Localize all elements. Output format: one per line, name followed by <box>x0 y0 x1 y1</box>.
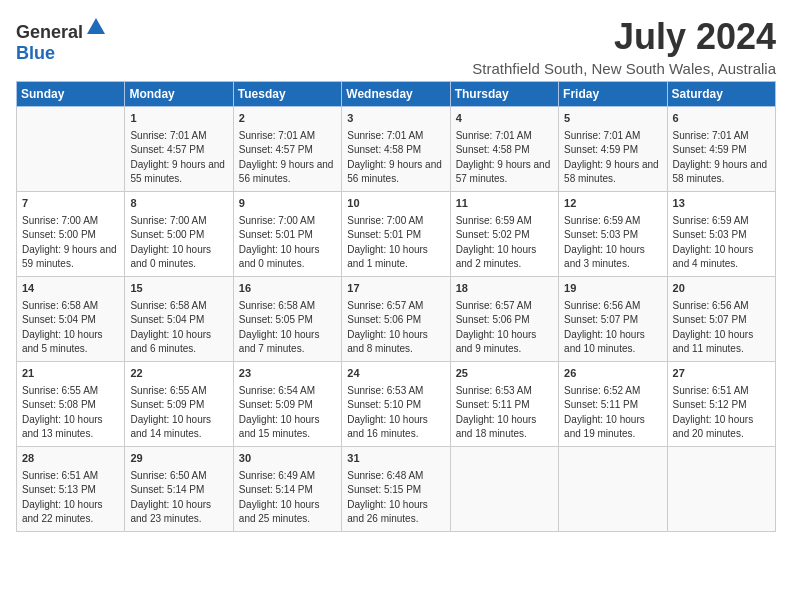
calendar-cell: 16Sunrise: 6:58 AM Sunset: 5:05 PM Dayli… <box>233 276 341 361</box>
day-number: 23 <box>239 366 336 382</box>
day-number: 26 <box>564 366 661 382</box>
title-block: July 2024 Strathfield South, New South W… <box>472 16 776 77</box>
day-info: Sunrise: 6:50 AM Sunset: 5:14 PM Dayligh… <box>130 469 227 527</box>
day-info: Sunrise: 6:56 AM Sunset: 5:07 PM Dayligh… <box>673 299 770 357</box>
week-row-4: 21Sunrise: 6:55 AM Sunset: 5:08 PM Dayli… <box>17 361 776 446</box>
day-info: Sunrise: 6:55 AM Sunset: 5:08 PM Dayligh… <box>22 384 119 442</box>
col-header-saturday: Saturday <box>667 82 775 107</box>
day-info: Sunrise: 6:59 AM Sunset: 5:03 PM Dayligh… <box>673 214 770 272</box>
calendar-cell: 19Sunrise: 6:56 AM Sunset: 5:07 PM Dayli… <box>559 276 667 361</box>
page-header: General Blue July 2024 Strathfield South… <box>16 16 776 77</box>
day-number: 10 <box>347 196 444 212</box>
calendar-cell: 29Sunrise: 6:50 AM Sunset: 5:14 PM Dayli… <box>125 446 233 531</box>
calendar-cell: 17Sunrise: 6:57 AM Sunset: 5:06 PM Dayli… <box>342 276 450 361</box>
calendar-cell: 15Sunrise: 6:58 AM Sunset: 5:04 PM Dayli… <box>125 276 233 361</box>
calendar-cell: 3Sunrise: 7:01 AM Sunset: 4:58 PM Daylig… <box>342 107 450 192</box>
day-number: 5 <box>564 111 661 127</box>
day-number: 4 <box>456 111 553 127</box>
col-header-thursday: Thursday <box>450 82 558 107</box>
calendar-cell: 20Sunrise: 6:56 AM Sunset: 5:07 PM Dayli… <box>667 276 775 361</box>
day-info: Sunrise: 6:52 AM Sunset: 5:11 PM Dayligh… <box>564 384 661 442</box>
header-row: SundayMondayTuesdayWednesdayThursdayFrid… <box>17 82 776 107</box>
logo: General Blue <box>16 16 107 64</box>
calendar-cell <box>559 446 667 531</box>
calendar-cell: 6Sunrise: 7:01 AM Sunset: 4:59 PM Daylig… <box>667 107 775 192</box>
day-info: Sunrise: 7:00 AM Sunset: 5:00 PM Dayligh… <box>130 214 227 272</box>
main-title: July 2024 <box>472 16 776 58</box>
day-info: Sunrise: 6:56 AM Sunset: 5:07 PM Dayligh… <box>564 299 661 357</box>
day-number: 27 <box>673 366 770 382</box>
day-info: Sunrise: 7:01 AM Sunset: 4:59 PM Dayligh… <box>564 129 661 187</box>
day-number: 11 <box>456 196 553 212</box>
week-row-3: 14Sunrise: 6:58 AM Sunset: 5:04 PM Dayli… <box>17 276 776 361</box>
calendar-cell: 8Sunrise: 7:00 AM Sunset: 5:00 PM Daylig… <box>125 191 233 276</box>
day-info: Sunrise: 6:58 AM Sunset: 5:04 PM Dayligh… <box>130 299 227 357</box>
col-header-tuesday: Tuesday <box>233 82 341 107</box>
day-number: 21 <box>22 366 119 382</box>
calendar-cell <box>667 446 775 531</box>
calendar-cell: 21Sunrise: 6:55 AM Sunset: 5:08 PM Dayli… <box>17 361 125 446</box>
calendar-cell <box>450 446 558 531</box>
day-number: 16 <box>239 281 336 297</box>
day-info: Sunrise: 6:59 AM Sunset: 5:02 PM Dayligh… <box>456 214 553 272</box>
calendar-cell: 5Sunrise: 7:01 AM Sunset: 4:59 PM Daylig… <box>559 107 667 192</box>
calendar-cell <box>17 107 125 192</box>
col-header-monday: Monday <box>125 82 233 107</box>
calendar-cell: 12Sunrise: 6:59 AM Sunset: 5:03 PM Dayli… <box>559 191 667 276</box>
day-info: Sunrise: 6:57 AM Sunset: 5:06 PM Dayligh… <box>347 299 444 357</box>
logo-text: General Blue <box>16 16 107 64</box>
calendar-cell: 22Sunrise: 6:55 AM Sunset: 5:09 PM Dayli… <box>125 361 233 446</box>
col-header-wednesday: Wednesday <box>342 82 450 107</box>
calendar-cell: 13Sunrise: 6:59 AM Sunset: 5:03 PM Dayli… <box>667 191 775 276</box>
day-number: 22 <box>130 366 227 382</box>
day-number: 9 <box>239 196 336 212</box>
day-number: 14 <box>22 281 119 297</box>
calendar-cell: 11Sunrise: 6:59 AM Sunset: 5:02 PM Dayli… <box>450 191 558 276</box>
day-info: Sunrise: 6:58 AM Sunset: 5:05 PM Dayligh… <box>239 299 336 357</box>
calendar-cell: 25Sunrise: 6:53 AM Sunset: 5:11 PM Dayli… <box>450 361 558 446</box>
calendar-cell: 18Sunrise: 6:57 AM Sunset: 5:06 PM Dayli… <box>450 276 558 361</box>
day-number: 18 <box>456 281 553 297</box>
calendar-cell: 7Sunrise: 7:00 AM Sunset: 5:00 PM Daylig… <box>17 191 125 276</box>
week-row-1: 1Sunrise: 7:01 AM Sunset: 4:57 PM Daylig… <box>17 107 776 192</box>
col-header-friday: Friday <box>559 82 667 107</box>
logo-icon <box>85 16 107 38</box>
day-number: 7 <box>22 196 119 212</box>
day-info: Sunrise: 6:51 AM Sunset: 5:12 PM Dayligh… <box>673 384 770 442</box>
calendar-cell: 30Sunrise: 6:49 AM Sunset: 5:14 PM Dayli… <box>233 446 341 531</box>
day-info: Sunrise: 6:53 AM Sunset: 5:10 PM Dayligh… <box>347 384 444 442</box>
subtitle: Strathfield South, New South Wales, Aust… <box>472 60 776 77</box>
svg-marker-0 <box>87 18 105 34</box>
day-info: Sunrise: 6:48 AM Sunset: 5:15 PM Dayligh… <box>347 469 444 527</box>
day-number: 24 <box>347 366 444 382</box>
day-number: 17 <box>347 281 444 297</box>
logo-general: General <box>16 22 83 42</box>
day-number: 15 <box>130 281 227 297</box>
day-number: 13 <box>673 196 770 212</box>
day-number: 29 <box>130 451 227 467</box>
day-info: Sunrise: 6:49 AM Sunset: 5:14 PM Dayligh… <box>239 469 336 527</box>
day-number: 30 <box>239 451 336 467</box>
day-number: 20 <box>673 281 770 297</box>
day-info: Sunrise: 7:01 AM Sunset: 4:58 PM Dayligh… <box>456 129 553 187</box>
day-info: Sunrise: 6:59 AM Sunset: 5:03 PM Dayligh… <box>564 214 661 272</box>
calendar-cell: 28Sunrise: 6:51 AM Sunset: 5:13 PM Dayli… <box>17 446 125 531</box>
day-number: 12 <box>564 196 661 212</box>
calendar-cell: 31Sunrise: 6:48 AM Sunset: 5:15 PM Dayli… <box>342 446 450 531</box>
week-row-5: 28Sunrise: 6:51 AM Sunset: 5:13 PM Dayli… <box>17 446 776 531</box>
day-info: Sunrise: 7:01 AM Sunset: 4:57 PM Dayligh… <box>239 129 336 187</box>
day-number: 19 <box>564 281 661 297</box>
day-number: 1 <box>130 111 227 127</box>
day-info: Sunrise: 7:00 AM Sunset: 5:01 PM Dayligh… <box>347 214 444 272</box>
col-header-sunday: Sunday <box>17 82 125 107</box>
day-info: Sunrise: 6:53 AM Sunset: 5:11 PM Dayligh… <box>456 384 553 442</box>
week-row-2: 7Sunrise: 7:00 AM Sunset: 5:00 PM Daylig… <box>17 191 776 276</box>
day-info: Sunrise: 6:54 AM Sunset: 5:09 PM Dayligh… <box>239 384 336 442</box>
day-info: Sunrise: 6:55 AM Sunset: 5:09 PM Dayligh… <box>130 384 227 442</box>
day-info: Sunrise: 7:01 AM Sunset: 4:58 PM Dayligh… <box>347 129 444 187</box>
calendar-cell: 23Sunrise: 6:54 AM Sunset: 5:09 PM Dayli… <box>233 361 341 446</box>
day-info: Sunrise: 6:58 AM Sunset: 5:04 PM Dayligh… <box>22 299 119 357</box>
calendar-cell: 2Sunrise: 7:01 AM Sunset: 4:57 PM Daylig… <box>233 107 341 192</box>
calendar-table: SundayMondayTuesdayWednesdayThursdayFrid… <box>16 81 776 532</box>
calendar-cell: 10Sunrise: 7:00 AM Sunset: 5:01 PM Dayli… <box>342 191 450 276</box>
